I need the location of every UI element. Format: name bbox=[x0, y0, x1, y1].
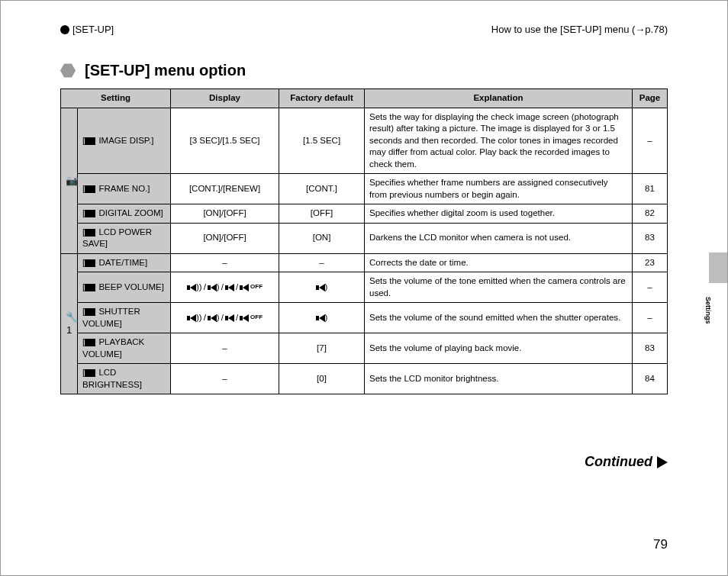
display-cell: [CONT.]/[RENEW] bbox=[171, 174, 279, 204]
off-label: OFF bbox=[250, 314, 263, 322]
speaker-mid-icon: ) bbox=[316, 312, 328, 324]
setting-cell: [ DATE/TIME] bbox=[78, 253, 171, 272]
page-cell: – bbox=[633, 303, 668, 333]
menu-icon bbox=[85, 137, 95, 145]
table-row: [ FRAME NO.] [CONT.]/[RENEW] [CONT.] Spe… bbox=[61, 174, 668, 204]
menu-icon bbox=[85, 284, 95, 291]
speaker-low-icon bbox=[225, 314, 234, 322]
section-heading: [SET-UP] menu option bbox=[60, 62, 246, 79]
display-cell: [ON]/[OFF] bbox=[171, 223, 279, 253]
table-row: [ PLAYBACK VOLUME] – [7] Sets the volume… bbox=[61, 333, 668, 364]
setup-icon bbox=[60, 25, 69, 34]
page-cell: 81 bbox=[633, 174, 668, 204]
display-cell: – bbox=[171, 253, 279, 272]
explanation-cell: Sets the LCD monitor brightness. bbox=[365, 364, 633, 394]
header-right-text: How to use the [SET-UP] menu (→p.78) bbox=[491, 24, 668, 35]
setting-cell: [ DIGITAL ZOOM] bbox=[78, 204, 171, 224]
continued-indicator: Continued bbox=[585, 454, 668, 470]
setting-cell: [ LCD POWER SAVE] bbox=[78, 223, 171, 253]
volume-options-icon: ))/ )/ / OFF bbox=[187, 312, 263, 324]
setting-label: DATE/TIME] bbox=[98, 258, 147, 267]
col-setting: Setting bbox=[61, 89, 171, 108]
running-header: [SET-UP] How to use the [SET-UP] menu (→… bbox=[60, 24, 668, 35]
factory-cell: [7] bbox=[279, 333, 365, 364]
explanation-cell: Specifies whether frame numbers are assi… bbox=[365, 174, 633, 204]
display-cell: ))/ )/ / OFF bbox=[171, 272, 279, 303]
page-cell: 82 bbox=[633, 204, 668, 224]
speaker-off-icon bbox=[240, 314, 249, 322]
hex-bullet-icon bbox=[60, 63, 76, 79]
factory-cell: [ON] bbox=[279, 223, 365, 253]
speaker-mid-icon: ) bbox=[316, 282, 328, 294]
factory-cell: ) bbox=[279, 272, 365, 303]
col-page: Page bbox=[633, 89, 668, 108]
volume-options-icon: ))/ )/ / OFF bbox=[187, 282, 263, 294]
group-icon-wrench: 🔧1 bbox=[61, 253, 78, 394]
setting-cell: [ PLAYBACK VOLUME] bbox=[78, 333, 171, 364]
col-factory: Factory default bbox=[279, 89, 365, 108]
col-display: Display bbox=[171, 89, 279, 108]
header-left: [SET-UP] bbox=[60, 24, 114, 35]
page-cell: 23 bbox=[633, 253, 668, 272]
explanation-cell: Specifies whether digital zoom is used t… bbox=[365, 204, 633, 224]
page-cell: 83 bbox=[633, 223, 668, 253]
setting-cell: [ IMAGE DISP.] bbox=[78, 108, 171, 174]
setting-label: IMAGE DISP.] bbox=[98, 136, 153, 145]
page-cell: 84 bbox=[633, 364, 668, 394]
setting-cell: [ SHUTTER VOLUME] bbox=[78, 303, 171, 333]
table-row: [ DIGITAL ZOOM] [ON]/[OFF] [OFF] Specifi… bbox=[61, 204, 668, 224]
factory-cell: [CONT.] bbox=[279, 174, 365, 204]
setting-cell: [ LCD BRIGHTNESS] bbox=[78, 364, 171, 394]
page-number: 79 bbox=[653, 537, 668, 552]
header-left-text: [SET-UP] bbox=[72, 24, 114, 35]
display-cell: ))/ )/ / OFF bbox=[171, 303, 279, 333]
table-row: [ LCD POWER SAVE] [ON]/[OFF] [ON] Darken… bbox=[61, 223, 668, 253]
page-cell: – bbox=[633, 272, 668, 303]
factory-cell: [0] bbox=[279, 364, 365, 394]
menu-icon bbox=[85, 259, 95, 267]
setting-label: DIGITAL ZOOM] bbox=[98, 208, 163, 217]
explanation-cell: Sets the volume of the sound emitted whe… bbox=[365, 303, 633, 333]
explanation-cell: Corrects the date or time. bbox=[365, 253, 633, 272]
factory-cell: [1.5 SEC] bbox=[279, 108, 365, 174]
speaker-mid-icon: ) bbox=[208, 312, 220, 324]
settings-table: Setting Display Factory default Explanat… bbox=[60, 88, 668, 394]
explanation-cell: Sets the volume of the tone emitted when… bbox=[365, 272, 633, 303]
explanation-cell: Darkens the LCD monitor when camera is n… bbox=[365, 223, 633, 253]
arrow-right-icon bbox=[657, 456, 668, 468]
display-cell: [3 SEC]/[1.5 SEC] bbox=[171, 108, 279, 174]
setting-label: BEEP VOLUME] bbox=[98, 282, 163, 291]
table-row: [ LCD BRIGHTNESS] – [0] Sets the LCD mon… bbox=[61, 364, 668, 394]
off-label: OFF bbox=[250, 283, 263, 291]
factory-cell: – bbox=[279, 253, 365, 272]
explanation-cell: Sets the volume of playing back movie. bbox=[365, 333, 633, 364]
setting-label: FRAME NO.] bbox=[98, 184, 150, 193]
side-section-label: Settings bbox=[704, 297, 712, 324]
explanation-cell: Sets the way for displaying the check im… bbox=[365, 108, 633, 174]
speaker-high-icon: )) bbox=[187, 312, 202, 324]
menu-icon bbox=[85, 185, 95, 193]
menu-icon bbox=[85, 369, 95, 377]
table-row: 📷 [ IMAGE DISP.] [3 SEC]/[1.5 SEC] [1.5 … bbox=[61, 108, 668, 174]
table-row: [ SHUTTER VOLUME] ))/ )/ / OFF ) Sets th… bbox=[61, 303, 668, 333]
col-explanation: Explanation bbox=[365, 89, 633, 108]
menu-icon bbox=[85, 210, 95, 217]
table-row: [ BEEP VOLUME] ))/ )/ / OFF ) Sets the v… bbox=[61, 272, 668, 303]
factory-cell: [OFF] bbox=[279, 204, 365, 224]
speaker-high-icon: )) bbox=[187, 282, 202, 294]
continued-text: Continued bbox=[585, 454, 652, 470]
table-header-row: Setting Display Factory default Explanat… bbox=[61, 89, 668, 108]
display-cell: – bbox=[171, 364, 279, 394]
menu-icon bbox=[85, 229, 95, 237]
menu-icon bbox=[85, 339, 95, 346]
setting-cell: [ BEEP VOLUME] bbox=[78, 272, 171, 303]
group-icon-camera: 📷 bbox=[61, 108, 78, 253]
display-cell: [ON]/[OFF] bbox=[171, 204, 279, 224]
factory-cell: ) bbox=[279, 303, 365, 333]
manual-page: [SET-UP] How to use the [SET-UP] menu (→… bbox=[0, 0, 728, 576]
speaker-low-icon bbox=[225, 284, 234, 291]
thumb-tab bbox=[709, 253, 727, 283]
heading-text: [SET-UP] menu option bbox=[85, 62, 246, 79]
display-cell: – bbox=[171, 333, 279, 364]
page-cell: – bbox=[633, 108, 668, 174]
